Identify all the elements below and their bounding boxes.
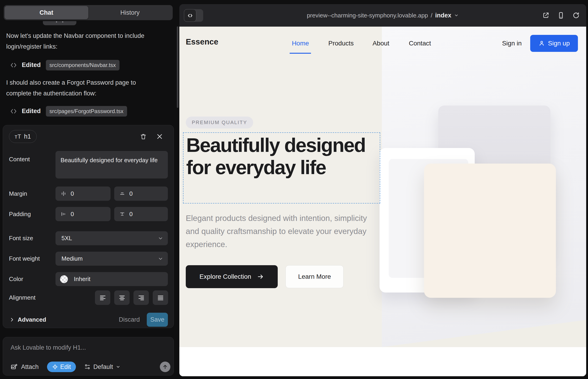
font-weight-select[interactable]: Medium [56, 252, 168, 266]
nav-contact[interactable]: Contact [409, 40, 431, 47]
save-button[interactable]: Save [147, 313, 168, 327]
chat-composer: Attach Edit Default [3, 337, 174, 376]
arrow-right-icon [257, 273, 264, 280]
align-right-icon [138, 295, 145, 301]
chat-message: Now let's update the Navbar component to… [6, 31, 156, 52]
attach-button[interactable]: Attach [21, 363, 39, 371]
edited-label: Edited [22, 62, 41, 69]
chevron-down-icon [158, 256, 163, 262]
margin-vertical-input[interactable]: 0 [114, 187, 168, 201]
file-badge[interactable]: src/pages/ForgotPassword.tsx [46, 106, 127, 117]
padding-vertical-icon [119, 211, 125, 217]
align-left-icon [99, 295, 106, 301]
advanced-toggle[interactable]: Advanced [9, 316, 46, 323]
send-button[interactable] [160, 362, 170, 372]
explore-collection-button[interactable]: Explore Collection [186, 265, 278, 288]
open-external-button[interactable] [541, 11, 550, 20]
edit-mode-button[interactable]: Edit [47, 362, 76, 372]
alignment-label: Alignment [9, 294, 35, 301]
padding-horizontal-icon [61, 211, 66, 217]
content-label: Content [9, 156, 30, 163]
sliders-icon [84, 364, 91, 370]
margin-horizontal-input[interactable]: 0 [56, 187, 110, 201]
placeholder-card-cream [424, 164, 556, 298]
edited-file-row[interactable]: Edited src/components/Navbar.tsx [10, 59, 120, 71]
font-weight-label: Font weight [9, 255, 40, 262]
hero-badge: PREMIUM QUALITY [186, 117, 253, 128]
preview-window: preview--charming-site-symphony.lovable.… [179, 4, 586, 376]
hero-description: Elegant products designed with intention… [186, 211, 376, 251]
mode-select[interactable]: Default [84, 363, 120, 371]
learn-more-button[interactable]: Learn More [286, 265, 343, 288]
chevron-right-icon [9, 317, 15, 322]
nav-products[interactable]: Products [328, 40, 354, 47]
scrolled-chip-fragment [43, 21, 76, 25]
delete-element-button[interactable] [138, 131, 148, 142]
discard-button[interactable]: Discard [119, 316, 140, 323]
url-domain: preview--charming-site-symphony.lovable.… [307, 12, 428, 19]
color-label: Color [9, 276, 23, 283]
margin-horizontal-icon [61, 191, 66, 197]
align-justify-button[interactable] [153, 290, 168, 305]
browser-actions [541, 4, 581, 27]
alignment-buttons [95, 290, 168, 305]
padding-vertical-input[interactable]: 0 [114, 207, 168, 221]
sign-up-button[interactable]: Sign up [530, 35, 578, 52]
close-panel-button[interactable] [155, 131, 165, 142]
composer-toolbar: Attach Edit Default [11, 362, 120, 372]
chevron-down-icon [454, 13, 459, 18]
hero-headline: Beautifully designed for everyday life [186, 134, 379, 178]
edited-label: Edited [22, 108, 41, 115]
chevron-down-icon [158, 236, 163, 241]
align-center-button[interactable] [114, 290, 130, 305]
font-size-select[interactable]: 5XL [56, 231, 168, 245]
element-tag: h1 [24, 133, 31, 140]
code-icon [10, 62, 17, 69]
sign-in-link[interactable]: Sign in [502, 40, 522, 47]
chat-scrollbar[interactable] [177, 26, 178, 108]
site-logo[interactable]: Essence [186, 37, 218, 46]
element-tag-pill[interactable]: ᴛT h1 [9, 130, 37, 143]
target-icon [52, 364, 58, 370]
refresh-button[interactable] [572, 11, 581, 20]
selected-element-outline[interactable]: Beautifully designed for everyday life [183, 132, 380, 204]
composer-input[interactable] [11, 344, 162, 351]
align-left-button[interactable] [95, 290, 110, 305]
tab-chat[interactable]: Chat [5, 6, 88, 19]
refresh-icon [573, 12, 580, 19]
font-size-label: Font size [9, 235, 33, 242]
chevron-down-icon [116, 364, 120, 369]
site-preview: Essence Home Products About Contact Sign… [179, 27, 586, 376]
url-page: index [435, 12, 451, 19]
mobile-view-button[interactable] [556, 11, 566, 20]
smartphone-icon [557, 12, 565, 19]
arrow-up-icon [162, 364, 168, 370]
margin-vertical-icon [119, 191, 125, 197]
color-select[interactable]: Inherit [56, 272, 168, 286]
url-bar[interactable]: preview--charming-site-symphony.lovable.… [179, 4, 586, 27]
file-badge[interactable]: src/components/Navbar.tsx [46, 60, 120, 70]
attach-image-icon [11, 363, 17, 370]
active-nav-underline [290, 53, 311, 54]
sidebar-tabbar: Chat History [4, 5, 173, 20]
edited-file-row[interactable]: Edited src/pages/ForgotPassword.tsx [10, 106, 127, 117]
code-icon [10, 108, 17, 115]
content-textarea[interactable]: Beautifully designed for everyday life [56, 151, 168, 178]
margin-label: Margin [9, 190, 27, 197]
color-swatch-transparent [60, 275, 68, 283]
next-section-strip [179, 347, 586, 376]
external-link-icon [542, 12, 549, 19]
user-icon [539, 40, 545, 47]
align-justify-icon [157, 295, 164, 301]
nav-about[interactable]: About [372, 40, 389, 47]
trash-icon [140, 133, 147, 140]
padding-label: Padding [9, 211, 31, 218]
tab-history[interactable]: History [88, 6, 172, 19]
padding-horizontal-input[interactable]: 0 [56, 207, 110, 221]
align-right-button[interactable] [134, 290, 149, 305]
close-icon [156, 133, 163, 140]
nav-home[interactable]: Home [292, 40, 309, 47]
typography-icon: ᴛT [15, 133, 21, 140]
align-center-icon [119, 295, 125, 301]
element-editor-panel: ᴛT h1 Content Beautifully designed for e… [3, 125, 174, 328]
